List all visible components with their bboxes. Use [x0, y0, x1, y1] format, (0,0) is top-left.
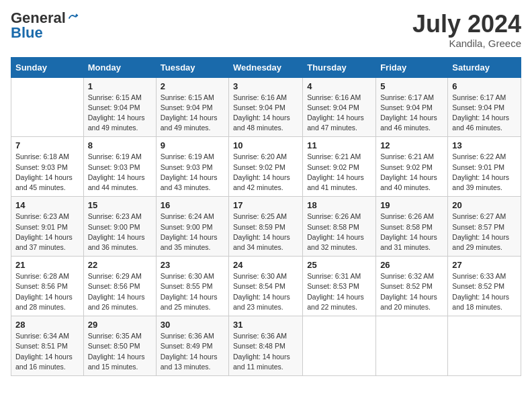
day-number: 27 [452, 260, 517, 270]
day-number: 12 [380, 140, 443, 150]
table-row [11, 77, 84, 137]
day-info: Sunrise: 6:32 AM Sunset: 8:52 PM Dayligh… [380, 271, 443, 312]
day-info: Sunrise: 6:35 AM Sunset: 8:50 PM Dayligh… [88, 331, 152, 372]
header-monday: Monday [83, 57, 156, 77]
day-info: Sunrise: 6:33 AM Sunset: 8:52 PM Dayligh… [452, 271, 517, 312]
title-block: July 2024 Kandila, Greece [412, 11, 521, 49]
day-info: Sunrise: 6:36 AM Sunset: 8:49 PM Dayligh… [161, 331, 224, 372]
day-info: Sunrise: 6:16 AM Sunset: 9:04 PM Dayligh… [233, 93, 298, 134]
day-info: Sunrise: 6:25 AM Sunset: 8:59 PM Dayligh… [233, 212, 298, 253]
table-row: 4Sunrise: 6:16 AM Sunset: 9:04 PM Daylig… [303, 77, 376, 137]
day-number: 29 [88, 320, 152, 330]
table-row: 17Sunrise: 6:25 AM Sunset: 8:59 PM Dayli… [229, 197, 303, 257]
header-friday: Friday [376, 57, 448, 77]
day-number: 10 [233, 140, 298, 150]
day-number: 18 [307, 200, 371, 210]
day-info: Sunrise: 6:29 AM Sunset: 8:56 PM Dayligh… [88, 271, 152, 312]
table-row: 19Sunrise: 6:26 AM Sunset: 8:58 PM Dayli… [376, 197, 448, 257]
table-row: 16Sunrise: 6:24 AM Sunset: 9:00 PM Dayli… [156, 197, 228, 257]
table-row: 15Sunrise: 6:23 AM Sunset: 9:00 PM Dayli… [83, 197, 156, 257]
day-number: 22 [88, 260, 152, 270]
day-number: 28 [15, 320, 79, 330]
day-number: 9 [161, 140, 224, 150]
day-number: 13 [452, 140, 517, 150]
day-number: 2 [161, 81, 224, 91]
header-thursday: Thursday [303, 57, 376, 77]
day-info: Sunrise: 6:36 AM Sunset: 8:48 PM Dayligh… [233, 331, 298, 372]
day-number: 11 [307, 140, 371, 150]
table-row: 6Sunrise: 6:17 AM Sunset: 9:04 PM Daylig… [448, 77, 521, 137]
day-info: Sunrise: 6:21 AM Sunset: 9:02 PM Dayligh… [380, 152, 443, 193]
header-wednesday: Wednesday [229, 57, 303, 77]
table-row: 9Sunrise: 6:19 AM Sunset: 9:03 PM Daylig… [156, 137, 228, 197]
table-row [376, 316, 448, 376]
day-number: 21 [15, 260, 79, 270]
table-row: 31Sunrise: 6:36 AM Sunset: 8:48 PM Dayli… [229, 316, 303, 376]
logo-general-text: General [11, 11, 66, 26]
table-row: 26Sunrise: 6:32 AM Sunset: 8:52 PM Dayli… [376, 257, 448, 316]
day-info: Sunrise: 6:26 AM Sunset: 8:58 PM Dayligh… [380, 212, 443, 253]
table-row: 20Sunrise: 6:27 AM Sunset: 8:57 PM Dayli… [448, 197, 521, 257]
day-info: Sunrise: 6:30 AM Sunset: 8:55 PM Dayligh… [161, 271, 224, 312]
day-number: 6 [452, 81, 517, 91]
day-info: Sunrise: 6:18 AM Sunset: 9:03 PM Dayligh… [15, 152, 79, 193]
table-row: 24Sunrise: 6:30 AM Sunset: 8:54 PM Dayli… [229, 257, 303, 316]
day-number: 4 [307, 81, 371, 91]
month-year: July 2024 [412, 11, 521, 38]
table-row: 11Sunrise: 6:21 AM Sunset: 9:02 PM Dayli… [303, 137, 376, 197]
logo: General Blue [11, 11, 79, 40]
table-row [303, 316, 376, 376]
header-tuesday: Tuesday [156, 57, 228, 77]
logo-icon [67, 12, 79, 24]
day-info: Sunrise: 6:30 AM Sunset: 8:54 PM Dayligh… [233, 271, 298, 312]
day-info: Sunrise: 6:22 AM Sunset: 9:01 PM Dayligh… [452, 152, 517, 193]
day-number: 16 [161, 200, 224, 210]
day-info: Sunrise: 6:27 AM Sunset: 8:57 PM Dayligh… [452, 212, 517, 253]
table-row: 21Sunrise: 6:28 AM Sunset: 8:56 PM Dayli… [11, 257, 84, 316]
table-row: 13Sunrise: 6:22 AM Sunset: 9:01 PM Dayli… [448, 137, 521, 197]
day-number: 31 [233, 320, 298, 330]
day-info: Sunrise: 6:17 AM Sunset: 9:04 PM Dayligh… [452, 93, 517, 134]
day-number: 15 [88, 200, 152, 210]
table-row: 5Sunrise: 6:17 AM Sunset: 9:04 PM Daylig… [376, 77, 448, 137]
day-number: 30 [161, 320, 224, 330]
day-info: Sunrise: 6:20 AM Sunset: 9:02 PM Dayligh… [233, 152, 298, 193]
table-row: 18Sunrise: 6:26 AM Sunset: 8:58 PM Dayli… [303, 197, 376, 257]
day-info: Sunrise: 6:28 AM Sunset: 8:56 PM Dayligh… [15, 271, 79, 312]
table-row: 8Sunrise: 6:19 AM Sunset: 9:03 PM Daylig… [83, 137, 156, 197]
day-number: 17 [233, 200, 298, 210]
day-info: Sunrise: 6:34 AM Sunset: 8:51 PM Dayligh… [15, 331, 79, 372]
table-row: 25Sunrise: 6:31 AM Sunset: 8:53 PM Dayli… [303, 257, 376, 316]
calendar-table: Sunday Monday Tuesday Wednesday Thursday… [11, 57, 521, 376]
day-number: 8 [88, 140, 152, 150]
day-info: Sunrise: 6:17 AM Sunset: 9:04 PM Dayligh… [380, 93, 443, 134]
day-info: Sunrise: 6:31 AM Sunset: 8:53 PM Dayligh… [307, 271, 371, 312]
day-info: Sunrise: 6:23 AM Sunset: 9:01 PM Dayligh… [15, 212, 79, 253]
table-row: 27Sunrise: 6:33 AM Sunset: 8:52 PM Dayli… [448, 257, 521, 316]
location: Kandila, Greece [412, 38, 521, 49]
table-row: 2Sunrise: 6:15 AM Sunset: 9:04 PM Daylig… [156, 77, 228, 137]
calendar-body: 1Sunrise: 6:15 AM Sunset: 9:04 PM Daylig… [11, 77, 521, 375]
table-row: 7Sunrise: 6:18 AM Sunset: 9:03 PM Daylig… [11, 137, 84, 197]
table-row: 12Sunrise: 6:21 AM Sunset: 9:02 PM Dayli… [376, 137, 448, 197]
day-number: 24 [233, 260, 298, 270]
table-row: 22Sunrise: 6:29 AM Sunset: 8:56 PM Dayli… [83, 257, 156, 316]
day-info: Sunrise: 6:19 AM Sunset: 9:03 PM Dayligh… [88, 152, 152, 193]
day-number: 1 [88, 81, 152, 91]
header-sunday: Sunday [11, 57, 84, 77]
table-row: 1Sunrise: 6:15 AM Sunset: 9:04 PM Daylig… [83, 77, 156, 137]
header-saturday: Saturday [448, 57, 521, 77]
table-row: 29Sunrise: 6:35 AM Sunset: 8:50 PM Dayli… [83, 316, 156, 376]
table-row: 30Sunrise: 6:36 AM Sunset: 8:49 PM Dayli… [156, 316, 228, 376]
table-row: 10Sunrise: 6:20 AM Sunset: 9:02 PM Dayli… [229, 137, 303, 197]
day-number: 26 [380, 260, 443, 270]
table-row: 3Sunrise: 6:16 AM Sunset: 9:04 PM Daylig… [229, 77, 303, 137]
day-number: 14 [15, 200, 79, 210]
page-header: General Blue July 2024 Kandila, Greece [11, 11, 521, 49]
day-info: Sunrise: 6:21 AM Sunset: 9:02 PM Dayligh… [307, 152, 371, 193]
day-number: 23 [161, 260, 224, 270]
day-info: Sunrise: 6:24 AM Sunset: 9:00 PM Dayligh… [161, 212, 224, 253]
logo-blue-text: Blue [11, 26, 43, 40]
day-info: Sunrise: 6:15 AM Sunset: 9:04 PM Dayligh… [88, 93, 152, 134]
day-number: 20 [452, 200, 517, 210]
